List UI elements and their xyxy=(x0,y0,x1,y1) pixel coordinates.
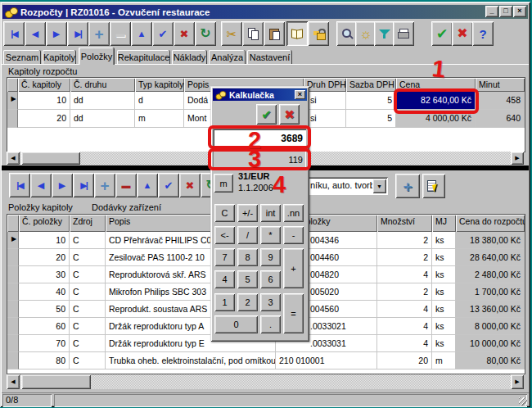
last-record-2-button[interactable]: ▶| xyxy=(73,173,94,197)
calc-key-8[interactable]: 8 xyxy=(237,248,258,266)
table-cell[interactable]: C xyxy=(70,301,106,318)
title-bar[interactable]: Rozpočty | RZ01016 - Ozvučení restaurace… xyxy=(2,5,528,19)
table-cell[interactable]: 640 xyxy=(476,110,525,128)
tab-nastavení[interactable]: Nastavení xyxy=(247,50,292,65)
calculator-ok-button[interactable]: ✔ xyxy=(256,104,277,125)
table-cell[interactable]: C xyxy=(70,335,106,352)
table-cell[interactable]: Trubka oheb. elektroinstalační, pod omít… xyxy=(106,352,276,369)
table-cell[interactable]: 80 xyxy=(19,352,70,369)
scroll-left-button[interactable]: ◀ xyxy=(7,152,20,165)
table-cell[interactable]: 8 000,00 Kč xyxy=(456,318,525,335)
calc-key-7[interactable]: 7 xyxy=(214,248,235,266)
table-cell[interactable]: 50 xyxy=(19,301,70,318)
table-cell[interactable]: si xyxy=(304,110,346,128)
permissions-button[interactable] xyxy=(308,21,329,46)
table-cell[interactable]: ks xyxy=(432,249,456,266)
calc-key-int[interactable]: int xyxy=(260,204,281,222)
refresh-button[interactable]: ↻ xyxy=(195,21,216,46)
calc-key-x[interactable]: + xyxy=(283,248,304,288)
table-cell[interactable]: C xyxy=(70,249,106,266)
tab-seznam[interactable]: Seznam xyxy=(3,50,41,65)
table-cell[interactable]: 10 xyxy=(19,232,70,249)
calc-key-3[interactable]: 3 xyxy=(260,293,281,311)
scroll-right-button[interactable]: ▶ xyxy=(511,152,524,165)
insert-record-2-button[interactable]: + xyxy=(94,173,115,197)
table-cell[interactable]: C xyxy=(70,232,106,249)
help-button[interactable]: ? xyxy=(472,21,494,46)
insert-record-button[interactable]: + xyxy=(88,21,110,46)
table-cell[interactable]: 2 xyxy=(377,232,432,249)
delete-record-2-button[interactable]: ▬ xyxy=(115,173,137,197)
calculator-unit-button[interactable]: m xyxy=(214,174,233,193)
scrollbar-thumb[interactable] xyxy=(21,374,91,389)
close-button[interactable]: × xyxy=(513,6,526,17)
paste-button[interactable] xyxy=(264,21,285,46)
table-cell[interactable]: ks xyxy=(432,318,456,335)
table-cell[interactable]: m xyxy=(135,110,184,128)
table-cell[interactable]: ks xyxy=(432,283,456,301)
delete-record-button[interactable]: ▬ xyxy=(110,21,131,46)
report-button[interactable] xyxy=(422,174,445,198)
calculator-input-field[interactable]: 3689 xyxy=(213,129,306,147)
scrollbar-thumb[interactable] xyxy=(21,152,80,165)
combo-dropdown-button[interactable]: ▼ xyxy=(372,179,386,193)
last-record-button[interactable]: ▶| xyxy=(67,21,88,46)
calc-key-x[interactable]: / xyxy=(237,226,258,244)
cut-button[interactable]: ✂ xyxy=(221,21,242,46)
tab-rekapitulace[interactable]: Rekapitulace xyxy=(117,50,170,65)
table-cell[interactable]: ks xyxy=(432,335,456,352)
post-edit-button[interactable]: ✔ xyxy=(152,21,174,46)
table-cell[interactable]: 20 xyxy=(19,249,70,266)
table-cell[interactable]: 80,00 Kč xyxy=(456,352,525,369)
table-cell[interactable]: 40 xyxy=(19,283,70,301)
calc-key-4[interactable]: 4 xyxy=(214,270,235,288)
table-cell[interactable]: 18 380,00 Kč xyxy=(456,232,525,249)
minimize-button[interactable]: _ xyxy=(485,6,498,17)
table-cell[interactable]: 4 xyxy=(377,335,432,352)
confirm-button[interactable]: ✔ xyxy=(431,21,453,46)
maximize-button[interactable]: □ xyxy=(499,6,512,17)
scroll-left-button[interactable]: ◀ xyxy=(7,374,20,389)
calculator-close-button[interactable]: × xyxy=(295,90,305,99)
calc-key-xx[interactable]: <- xyxy=(214,226,235,244)
tab-položky[interactable]: Položky xyxy=(79,48,115,65)
calc-key-x[interactable]: = xyxy=(283,293,304,333)
edit-record-button[interactable]: ▲ xyxy=(131,21,152,46)
tab-náklady[interactable]: Náklady xyxy=(172,50,207,65)
next-record-2-button[interactable]: ▶ xyxy=(52,173,73,197)
calc-key-9[interactable]: 9 xyxy=(260,248,281,266)
table-cell[interactable]: C xyxy=(70,283,106,301)
table-cell[interactable]: ks xyxy=(432,301,456,318)
table-cell[interactable]: C xyxy=(70,266,106,283)
table-cell[interactable]: C xyxy=(70,352,106,369)
table-cell[interactable]: 28 640,00 Kč xyxy=(456,249,525,266)
table-cell[interactable]: 2 xyxy=(377,249,432,266)
add-item-button[interactable]: + xyxy=(395,174,420,198)
calculator-cancel-button[interactable]: ✖ xyxy=(279,104,300,125)
cancel-edit-button[interactable]: ✖ xyxy=(174,21,195,46)
table-cell[interactable]: 4 xyxy=(377,318,432,335)
table-cell[interactable]: si xyxy=(304,92,346,110)
table-cell[interactable]: 13 360,00 Kč xyxy=(456,301,525,318)
edit-record-2-button[interactable]: ▲ xyxy=(137,173,158,197)
table-cell[interactable]: 2 xyxy=(377,283,432,301)
table-cell[interactable]: ks xyxy=(432,266,456,283)
calc-key-0[interactable]: 0 xyxy=(214,315,258,333)
calc-key-x[interactable]: . xyxy=(260,315,281,333)
abort-button[interactable]: ✖ xyxy=(452,21,473,46)
table-cell[interactable]: 10 000,00 Kč xyxy=(456,335,525,352)
calc-key-2[interactable]: 2 xyxy=(237,293,258,311)
scroll-right-button[interactable]: ▶ xyxy=(511,374,524,389)
calc-key-6[interactable]: 6 xyxy=(260,270,281,288)
table-cell[interactable]: 4 000,00 Kč xyxy=(396,110,476,128)
table-cell[interactable]: 5 xyxy=(346,110,396,128)
table-cell[interactable]: 30 xyxy=(19,266,70,283)
table-cell[interactable]: dd xyxy=(70,92,135,110)
calc-key-5[interactable]: 5 xyxy=(237,270,258,288)
post-edit-2-button[interactable]: ✔ xyxy=(158,173,179,197)
table-cell[interactable]: dd xyxy=(70,110,135,128)
copy-button[interactable] xyxy=(242,21,264,46)
table-cell[interactable]: 4 xyxy=(377,266,432,283)
table-cell[interactable]: m xyxy=(432,352,456,369)
resize-grip[interactable] xyxy=(519,397,527,406)
